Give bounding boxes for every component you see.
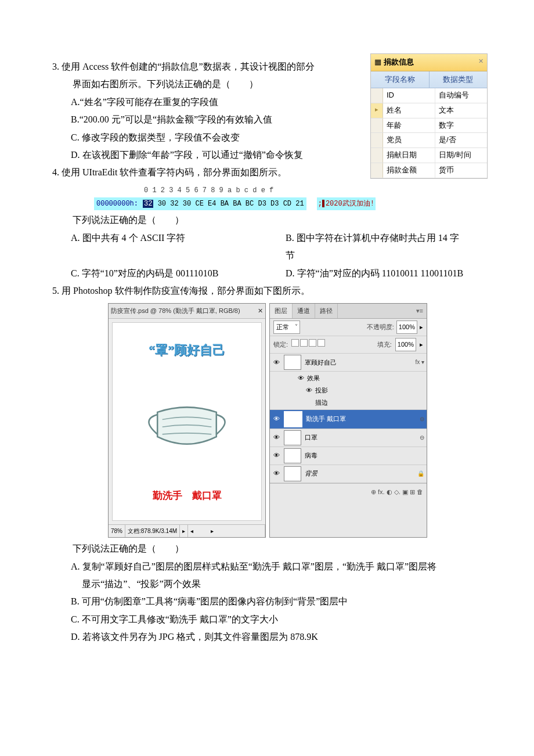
q4-number: 4. [52,167,59,177]
mask-icon [138,393,236,456]
ps-window-title: 防疫宣传.psd @ 78% (勤洗手 戴口罩, RGB/8)✕ [109,304,265,319]
lock-icons[interactable] [291,339,326,351]
q4-option-d: D. 字符“油”对应的内码 11010011 11001101B [286,265,482,282]
field-name: 捐献日期 [383,148,435,163]
q5-stem: 用 Photoshop 软件制作防疫宣传海报，部分界面如下图所示。 [62,286,310,296]
tab-channels[interactable]: 通道 [293,304,315,318]
q5-option-d: D. 若将该文件另存为 JPG 格式，则其文件容量图层为 878.9K [52,628,482,646]
row-selector[interactable] [371,148,383,163]
access-header-row: 字段名称 数据类型 [371,71,487,89]
q3-option-a: A.“姓名”字段可能存在重复的字段值 [52,93,325,111]
photoshop-screenshot: 防疫宣传.psd @ 78% (勤洗手 戴口罩, RGB/8)✕ “罩”顾好自己… [108,303,482,538]
layers-footer: ⊕ fx. ◐ ◇. ▣ ⊞ 🗑 [270,483,427,501]
q4-stem: 使用 UItraEdit 软件查看字符内码，部分界面如图所示。 [62,167,287,177]
q3-stem-line2: 界面如右图所示。下列说法正确的是（ ） [52,75,325,93]
table-row: 年龄数字 [371,118,487,134]
scroll-arrow-icon[interactable]: ▸ [180,525,188,537]
fill-value[interactable]: 100% [395,338,416,351]
tab-paths[interactable]: 路径 [315,304,338,318]
q3-option-b: B.“200.00 元”可以是“捐款金额”字段的有效输入值 [52,111,325,128]
question-3: 3. 使用 Access 软件创建的“捐款信息”数据表，其设计视图的部分 界面如… [52,58,482,164]
visibility-icon[interactable]: 👁 [272,357,280,369]
layer-row[interactable]: 👁 T 勤洗手 戴口罩 ⊖ [270,410,427,429]
chevron-right-icon[interactable]: ▸ [420,321,423,333]
q4-option-b-cont: 节 [286,247,482,264]
hex-ruler: 0 1 2 3 4 5 6 7 8 9 a b c d e f [94,184,419,197]
footer-icons[interactable]: ⊕ fx. ◐ ◇. ▣ ⊞ 🗑 [371,486,423,498]
row-selector[interactable] [371,118,383,133]
ps-canvas: “罩”顾好自己 勤洗手 戴口罩 [112,322,262,521]
layer-name: 罩顾好自己 [305,357,412,369]
canvas-title-text: “罩”顾好自己 [149,338,225,362]
field-name: 姓名 [383,103,435,118]
chevron-right-icon[interactable]: ▸ [420,339,423,351]
access-tab: ▦ 捐款信息 ✕ [371,54,487,71]
ultraedit-hex-view: 0 1 2 3 4 5 6 7 8 9 a b c d e f 00000000… [94,184,419,211]
layer-thumb [284,448,301,463]
panel-menu-icon[interactable]: ▾≡ [413,304,427,318]
close-icon[interactable]: ✕ [478,55,484,67]
layer-thumb [284,430,301,445]
field-type: 自动编号 [435,88,487,103]
canvas-red-text: 勤洗手 戴口罩 [153,487,222,505]
row-selector[interactable] [371,88,383,103]
ps-canvas-window: 防疫宣传.psd @ 78% (勤洗手 戴口罩, RGB/8)✕ “罩”顾好自己… [108,303,266,538]
opacity-label: 不透明度: [367,321,394,333]
layer-row[interactable]: 👁 罩顾好自己 fx ▾ [270,354,427,372]
access-header-field: 字段名称 [371,71,430,88]
fill-label: 填充: [377,339,392,351]
q4-option-a: A. 图中共有 4 个 ASCII 字符 [52,229,286,247]
layer-effects: 👁效果 👁投影 描边 [270,372,427,410]
q3-stem-line1: 使用 Access 软件创建的“捐款信息”数据表，其设计视图的部分 [62,62,315,71]
layer-row[interactable]: 👁 病毒 [270,447,427,465]
layer-row[interactable]: 👁 背景 🔒 [270,465,427,483]
hex-ascii-text: 2020武汉加油! [326,197,374,211]
visibility-off-icon[interactable] [305,397,313,409]
access-tab-name: 捐款信息 [384,57,414,66]
fx-badge[interactable]: fx ▾ [415,357,424,368]
visibility-icon[interactable]: 👁 [272,431,280,444]
table-row: ▸姓名文本 [371,103,487,118]
scrollbar[interactable]: ◂ ▸ [188,525,265,537]
lock-icon: 🔒 [417,468,424,479]
row-selector[interactable]: ▸ [371,103,383,118]
caret-icon [322,200,324,207]
hex-rest: 30 32 30 CE E4 BA BA BC D3 D3 CD 21 [158,200,304,208]
q5-option-c: C. 不可用文字工具修改“勤洗手 戴口罩”的文字大小 [52,611,482,628]
layer-name: 口罩 [305,431,416,444]
row-selector[interactable] [371,163,383,178]
layer-thumb [284,355,301,370]
row-selector[interactable] [371,133,383,147]
visibility-icon[interactable]: 👁 [305,384,313,397]
visibility-icon[interactable]: 👁 [272,413,280,425]
layer-name: 勤洗手 戴口罩 [306,413,416,425]
text-layer-thumb: T [284,411,302,427]
question-4: 4. 使用 UItraEdit 软件查看字符内码，部分界面如图所示。 0 1 2… [52,164,482,282]
q5-option-a: A. 复制“罩顾好自己”图层的图层样式粘贴至“勤洗手 戴口罩”图层，“勤洗手 戴… [52,558,482,575]
q3-number: 3. [52,62,59,71]
hex-address: 00000000h: [94,197,140,211]
hex-separator [306,197,317,211]
q4-option-b: B. 图中字符在计算机中存储时共占用 14 字 [286,229,482,247]
q3-option-c: C. 修改字段的数据类型，字段值不会改变 [52,129,325,146]
q4-option-c: C. 字符“10”对应的内码是 00111010B [52,265,286,282]
blend-mode-select[interactable]: 正常 [273,321,300,334]
q5-option-b: B. 可用“仿制图章”工具将“病毒”图层的图像内容仿制到“背景”图层中 [52,593,482,610]
q5-lead: 下列说法正确的是（ ） [52,540,482,557]
close-icon[interactable]: ✕ [258,305,263,317]
link-icon[interactable]: ⊖ [420,432,424,443]
field-name: 年龄 [383,118,435,133]
table-row: ID自动编号 [371,88,487,103]
link-icon[interactable]: ⊖ [420,413,424,424]
tab-layers[interactable]: 图层 [270,304,293,318]
visibility-icon[interactable]: 👁 [272,449,280,462]
visibility-icon[interactable]: 👁 [297,372,305,384]
field-type: 文本 [435,103,487,118]
visibility-icon[interactable]: 👁 [272,467,280,480]
field-name: ID [383,88,435,103]
field-name: 捐款金额 [383,163,435,178]
layer-row[interactable]: 👁 口罩 ⊖ [270,429,427,447]
layer-name: 病毒 [305,449,424,462]
layer-thumb [284,466,301,481]
opacity-value[interactable]: 100% [396,321,417,334]
